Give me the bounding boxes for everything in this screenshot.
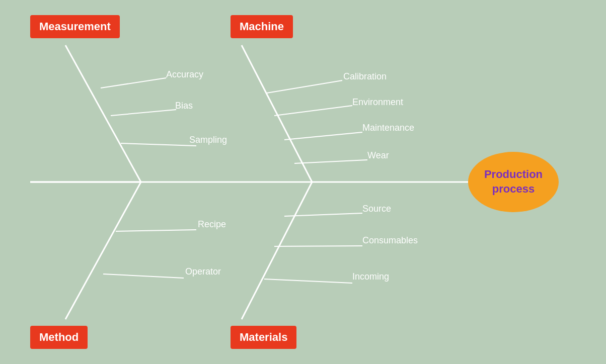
svg-line-5 [121,143,196,146]
svg-line-12 [116,230,196,231]
production-process-text: Productionprocess [484,167,543,196]
svg-line-9 [284,132,362,140]
sampling-label: Sampling [189,135,227,145]
svg-line-10 [294,160,367,163]
materials-label: Materials [231,326,296,349]
recipe-label: Recipe [198,219,226,230]
svg-line-17 [264,279,352,283]
method-label: Method [30,326,88,349]
production-process-ellipse: Productionprocess [468,152,559,212]
maintenance-label: Maintenance [362,123,414,133]
svg-line-14 [242,182,312,319]
wear-label: Wear [367,150,389,161]
bias-label: Bias [175,101,193,111]
machine-label: Machine [231,15,293,38]
consumables-label: Consumables [362,235,418,246]
calibration-label: Calibration [343,71,387,82]
operator-label: Operator [185,266,221,277]
svg-line-4 [111,110,176,116]
svg-line-7 [267,80,342,93]
measurement-label: Measurement [30,15,120,38]
svg-line-13 [103,274,184,278]
svg-line-6 [242,45,312,182]
environment-label: Environment [352,97,403,108]
incoming-label: Incoming [352,271,389,282]
svg-line-11 [65,182,141,319]
svg-line-3 [101,78,166,88]
source-label: Source [362,204,391,214]
svg-line-16 [274,246,362,246]
svg-line-8 [274,106,352,116]
accuracy-label: Accuracy [166,69,203,80]
